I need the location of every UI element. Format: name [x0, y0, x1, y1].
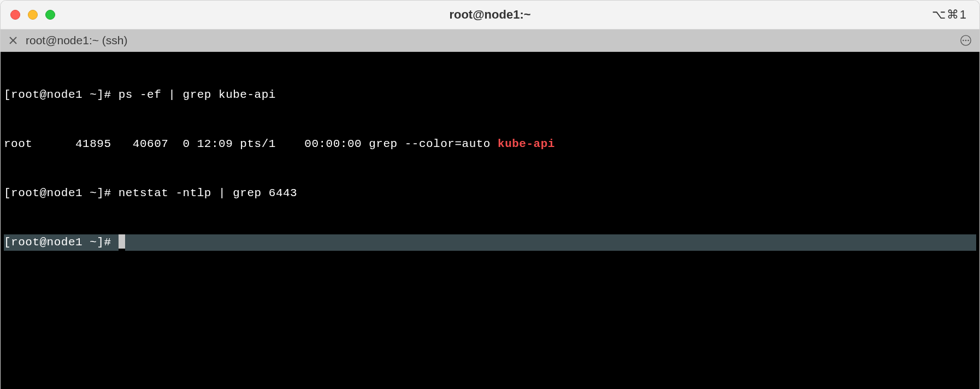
prompt: [root@node1 ~]#: [4, 89, 111, 101]
prompt: [root@node1 ~]#: [4, 234, 119, 251]
tab-bar: root@node1:~ (ssh): [1, 30, 979, 52]
prompt: [root@node1 ~]#: [4, 187, 111, 199]
svg-point-3: [963, 40, 964, 42]
terminal-line: [root@node1 ~]# ps -ef | grep kube-api: [4, 87, 976, 103]
titlebar: root@node1:~ ⌥⌘1: [1, 1, 979, 30]
terminal-active-line: [root@node1 ~]#: [4, 234, 976, 251]
active-line-fill: [125, 234, 976, 251]
output-text: root 41895 40607 0 12:09 pts/1 00:00:00 …: [4, 138, 498, 150]
grep-highlight: kube-api: [498, 138, 555, 150]
ellipsis-circle-icon: [960, 34, 972, 46]
close-icon: [9, 36, 17, 45]
terminal-content[interactable]: [root@node1 ~]# ps -ef | grep kube-api r…: [1, 52, 979, 389]
maximize-window-button[interactable]: [45, 10, 55, 20]
svg-point-5: [967, 40, 969, 42]
svg-point-4: [965, 40, 967, 42]
terminal-line: [root@node1 ~]# netstat -ntlp | grep 644…: [4, 185, 976, 202]
tab-label[interactable]: root@node1:~ (ssh): [26, 34, 128, 47]
traffic-lights: [1, 10, 55, 20]
minimize-window-button[interactable]: [28, 10, 38, 20]
terminal-window: root@node1:~ ⌥⌘1 root@node1:~ (ssh) [roo…: [0, 0, 980, 389]
close-tab-button[interactable]: [8, 36, 18, 45]
window-title: root@node1:~: [1, 8, 979, 22]
window-shortcut-indicator: ⌥⌘1: [932, 8, 979, 22]
command-text: ps -ef | grep kube-api: [111, 89, 276, 101]
terminal-line: root 41895 40607 0 12:09 pts/1 00:00:00 …: [4, 136, 976, 152]
cursor: [119, 234, 125, 249]
close-window-button[interactable]: [10, 10, 20, 20]
tab-menu-button[interactable]: [960, 34, 972, 46]
command-text: netstat -ntlp | grep 6443: [111, 187, 298, 199]
